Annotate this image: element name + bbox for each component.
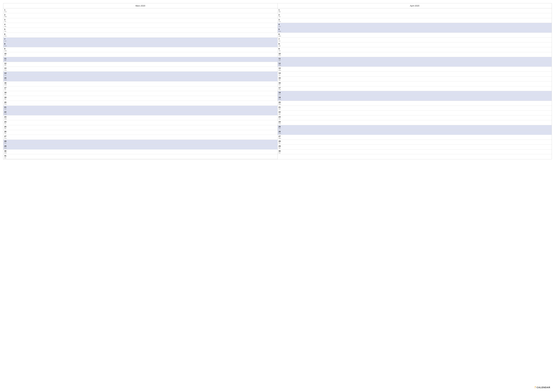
day-row[interactable]: 4LAU [278,23,552,28]
day-info: 25LAU [279,126,282,129]
day-row[interactable]: 28ÞRI [278,140,552,145]
day-number: 8 [279,43,282,45]
day-label: FÖS [279,55,282,56]
day-row[interactable]: 19FIM [3,96,278,101]
day-row[interactable]: 9MÅN [3,47,278,52]
day-row[interactable]: 11LAU [278,57,552,62]
day-row[interactable]: 26FIM [3,130,278,135]
day-number: 20 [4,101,7,104]
day-row[interactable]: 5FIM [3,28,278,33]
day-row[interactable]: 13MÅN [278,67,552,71]
day-row[interactable]: 6MÅN [278,33,552,38]
day-row[interactable]: 10FÖS [278,52,552,57]
day-row[interactable]: 17FÖS [278,86,552,91]
day-number: 3 [4,19,7,21]
day-row[interactable]: 19SUN [278,96,552,101]
day-row[interactable]: 9FIM [278,47,552,52]
day-label: LAU [279,128,282,129]
day-row[interactable]: 25MIÐ [3,125,278,130]
day-row[interactable]: 29MIÐ [278,145,552,150]
day-row[interactable]: 10ÞRI [3,52,278,57]
day-row[interactable]: 18MIÐ [3,91,278,96]
day-label: MIÐ [4,60,7,61]
day-label: FÖS [4,36,7,37]
day-row[interactable]: 2MÅN [3,13,278,18]
day-row[interactable]: 23MÅN [3,115,278,120]
day-row[interactable]: 4MIÐ [3,23,278,28]
day-row[interactable]: 13FÖS [3,67,278,71]
day-row[interactable]: 23FIM [278,115,552,120]
day-row[interactable]: 15SUN [3,77,278,81]
day-info: 26FIM [4,131,7,134]
day-info: 11LAU [279,57,282,61]
day-number: 28 [279,140,282,143]
day-row[interactable]: 25LAU [278,125,552,130]
day-label: ÞRI [279,109,282,110]
day-number: 26 [279,131,282,133]
day-label: MÅN [4,118,7,120]
day-row[interactable]: 12FIM [3,62,278,67]
day-number: 12 [4,63,7,65]
day-label: FIM [4,133,7,134]
day-row[interactable]: 18LAU [278,91,552,96]
day-info: 30MÅN [4,150,7,154]
day-row[interactable]: 12SUN [278,62,552,67]
day-row[interactable]: 22MIÐ [278,110,552,115]
day-row[interactable]: 16FIM [278,81,552,86]
day-number: 19 [4,96,7,99]
month-column-april2020: Apríl 20201MIÐ2FIM3FÖS4LAU5SUN6MÅN7ÞRI8M… [278,3,552,159]
day-row[interactable]: 2FIM [278,13,552,18]
day-row[interactable]: 27MÅN [278,135,552,140]
day-row[interactable]: 8SUN [3,42,278,47]
day-row[interactable]: 26SUN [278,130,552,135]
day-row[interactable]: 29SUN [3,145,278,150]
day-number: 16 [279,82,282,84]
day-number: 15 [279,77,282,79]
day-row[interactable]: 24ÞRI [3,120,278,125]
day-row[interactable]: 17ÞRI [3,86,278,91]
day-info: 3FÖS [279,19,282,22]
day-row[interactable]: 1MIÐ [278,8,552,13]
day-label: LAU [279,60,282,61]
day-row[interactable]: 6FÖS [3,33,278,38]
day-row[interactable]: 24FÖS [278,120,552,125]
day-info: 4LAU [279,23,282,27]
day-row[interactable]: 30FIM [278,150,552,154]
day-label: FÖS [279,21,282,22]
day-number: 4 [279,23,282,26]
day-row[interactable]: 1SUN [3,8,278,13]
day-row[interactable]: 21ÞRI [278,106,552,111]
day-info: 25MIÐ [4,126,7,129]
day-row[interactable]: 30MÅN [3,150,278,154]
day-row[interactable]: 16MÅN [3,81,278,86]
day-row[interactable]: 27FÖS [3,135,278,140]
day-row[interactable]: 8MIÐ [278,42,552,47]
day-row[interactable]: 7ÞRI [278,38,552,43]
day-row[interactable]: 5SUN [278,28,552,33]
day-row[interactable]: 14LAU [3,71,278,77]
day-row[interactable]: 28LAU [3,140,278,145]
day-row[interactable]: 3ÞRI [3,18,278,23]
day-row[interactable]: 3FÖS [278,18,552,23]
day-label: ÞRI [279,143,282,144]
day-number: 13 [279,67,282,69]
day-row[interactable]: 20MÅN [278,101,552,106]
day-number: 26 [4,131,7,133]
day-number: 4 [4,23,7,26]
day-row[interactable]: 14ÞRI [278,71,552,77]
day-info: 2MÅN [4,14,7,18]
day-row[interactable]: 11MIÐ [3,57,278,62]
day-info: 13FÖS [4,67,7,71]
day-row[interactable]: 21LAU [3,106,278,111]
day-info: 8MIÐ [279,43,282,47]
day-row[interactable]: 22SUN [3,110,278,115]
day-row[interactable]: 15MIÐ [278,77,552,81]
day-row[interactable]: 20FÖS [3,101,278,106]
day-row[interactable]: 31ÞRI [3,154,278,159]
day-label: SUN [4,148,7,149]
day-row[interactable]: 7LAU [3,38,278,43]
day-label: SUN [279,133,282,134]
day-number: 27 [279,135,282,137]
day-label: ÞRI [4,21,7,22]
day-info: 14ÞRI [279,72,282,76]
